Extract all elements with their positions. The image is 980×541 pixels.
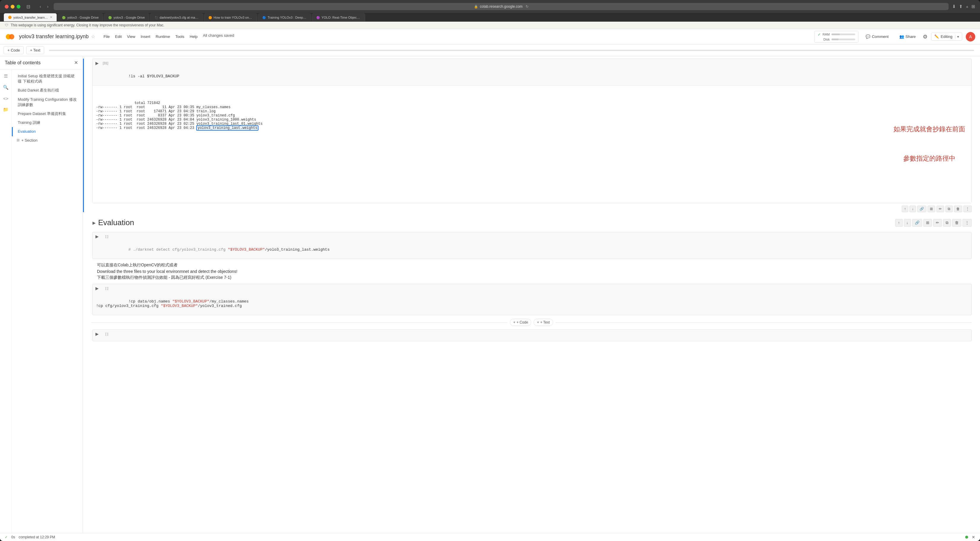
comment-button[interactable]: 💬 Comment — [862, 33, 892, 41]
status-close-button[interactable]: ✕ — [972, 535, 975, 539]
menu-view[interactable]: View — [125, 33, 138, 40]
evaluation-section-heading: ▶ Evaluation ↑ ↓ 🔗 ⊞ ✏ ⧉ 🗑 ⋮ — [83, 214, 980, 231]
notebook-area: ▶ [31] !ls -al $YOLOV3_BACKUP total 7218… — [83, 56, 980, 533]
refresh-icon[interactable]: ↻ — [526, 5, 528, 9]
section-copy[interactable]: ⧉ — [943, 219, 951, 227]
section-move-up[interactable]: ↑ — [895, 219, 903, 227]
sidebar-title: Table of contents — [5, 60, 41, 65]
section-edit[interactable]: ✏ — [933, 219, 942, 227]
toc-icon-button[interactable]: ☰ — [2, 72, 10, 81]
delete-button[interactable]: 🗑 — [954, 206, 962, 212]
evaluation-heading-text[interactable]: Evaluation — [98, 218, 134, 227]
expand-cell-button[interactable]: ⊞ — [928, 206, 935, 212]
minimize-traffic-light[interactable] — [11, 5, 14, 9]
eval-text-3: 下載三個參數檔執行物件偵測評估效能 - 因為已經寫好程式 (Exercise 7… — [97, 275, 967, 280]
resource-widget[interactable]: ✓ RAM Disk — [814, 31, 859, 43]
divider-right — [555, 322, 972, 323]
output-line-5: -rw------- 1 root root 246326928 Apr 23 … — [96, 117, 256, 122]
tab-favicon-5: 🟠 — [208, 16, 212, 19]
toc-item-initial-setup[interactable]: Initial Setup 檢查硬體支援 掛載硬碟 下載程式碼 — [12, 72, 83, 86]
toc-item-prepare-dataset[interactable]: Prepare Dataset 準備資料集 — [12, 109, 83, 118]
tab-7[interactable]: 🟣 YOLO: Real-Time Object De... — [312, 13, 365, 21]
tab-5[interactable]: 🟠 How to train YOLOv3 on th... — [204, 13, 257, 21]
menu-insert[interactable]: Insert — [138, 33, 153, 40]
link-button[interactable]: 🔗 — [917, 206, 926, 212]
tab-favicon-2: 🟢 — [62, 16, 65, 19]
download-icon[interactable]: ⬇ — [952, 4, 956, 9]
tab-favicon-4: ⚫ — [154, 16, 158, 19]
menu-edit[interactable]: Edit — [113, 33, 124, 40]
new-tab-icon[interactable]: + — [966, 4, 969, 9]
user-avatar[interactable]: A — [966, 32, 975, 41]
toc-item-build-darket[interactable]: Build Darket 產生執行檔 — [12, 86, 83, 95]
toc-item-section[interactable]: ⊞ + Section — [12, 136, 83, 144]
section-expand[interactable]: ⊞ — [923, 219, 932, 227]
chinese-line-2: 參數指定的路徑中 — [891, 154, 968, 164]
code-cell-empty: ▶ [ ] — [83, 330, 980, 341]
back-button[interactable]: ‹ — [38, 3, 43, 10]
tab-close-1[interactable]: ✕ — [50, 16, 52, 19]
address-bar[interactable]: 🔒 colab.research.google.com ↻ — [54, 3, 948, 10]
tab-4[interactable]: ⚫ darknet/yolov3.cfg at mast... — [150, 13, 204, 21]
code-content-31[interactable]: !ls -al $YOLOV3_BACKUP — [92, 67, 971, 85]
section-more[interactable]: ⋮ — [963, 219, 972, 227]
run-button-eval2[interactable]: ▶ — [94, 285, 100, 292]
toc-item-training[interactable]: Training 訓練 — [12, 118, 83, 127]
search-icon-button[interactable]: 🔍 — [1, 83, 10, 92]
folder-icon-button[interactable]: 📁 — [1, 105, 10, 114]
section-collapse-button[interactable]: ▶ — [92, 221, 96, 225]
highlighted-file: yolov3_training_last.weights — [196, 125, 258, 131]
run-button-31[interactable]: ▶ — [94, 60, 100, 67]
tab-3[interactable]: 🟢 yolov3 - Google Drive — [104, 13, 150, 21]
move-up-button[interactable]: ↑ — [902, 206, 908, 212]
sidebar-toggle-button[interactable]: ⊟ — [24, 3, 33, 10]
menu-file[interactable]: File — [101, 33, 112, 40]
code-content-eval1[interactable]: # ./darknet detect cfg/yolov3_training.c… — [92, 241, 971, 259]
move-down-button[interactable]: ↓ — [910, 206, 916, 212]
section-move-down[interactable]: ↓ — [904, 219, 911, 227]
bottom-add-text-button[interactable]: + + Text — [534, 319, 553, 326]
code-icon-button[interactable]: <> — [2, 94, 10, 103]
fullscreen-traffic-light[interactable] — [17, 5, 21, 9]
share-button[interactable]: 👥 Share — [896, 33, 920, 41]
tab-favicon-6: 🔵 — [262, 16, 266, 19]
extensions-icon[interactable]: ⊞ — [971, 4, 975, 9]
section-delete[interactable]: 🗑 — [952, 219, 961, 227]
notebook-title-text[interactable]: yolov3 transfer learning.ipynb — [19, 33, 89, 40]
menu-help[interactable]: Help — [187, 33, 200, 40]
more-button[interactable]: ⋮ — [963, 206, 972, 212]
add-text-button[interactable]: + Text — [26, 46, 44, 54]
menu-tools[interactable]: Tools — [173, 33, 186, 40]
run-button-empty[interactable]: ▶ — [94, 330, 100, 338]
menu-runtime[interactable]: Runtime — [153, 33, 172, 40]
tab-label-7: YOLO: Real-Time Object De... — [321, 16, 361, 19]
tab-2[interactable]: 🟢 yolov3 - Google Drive — [57, 13, 103, 21]
disk-bar — [832, 38, 855, 40]
tab-6[interactable]: 🔵 Training YOLOv3 : Deep Le... — [258, 13, 311, 21]
editing-mode-button[interactable]: ✏️ Editing ▾ — [931, 33, 962, 41]
toc-item-modify-training[interactable]: Modify Training Configuration 修改訓練參數 — [12, 95, 83, 109]
editing-expand-button[interactable]: ▾ — [955, 35, 959, 39]
sidebar-content: ☰ 🔍 <> 📁 Initial Setup 檢查硬體支援 掛載硬碟 下載程式碼… — [0, 69, 83, 533]
divider-left — [91, 322, 508, 323]
progress-bar — [49, 50, 974, 51]
add-code-button[interactable]: + Code — [3, 46, 24, 54]
copy-button[interactable]: ⧉ — [945, 206, 953, 212]
bottom-add-code-button[interactable]: + + Code — [510, 319, 531, 326]
tab-label-4: darknet/yolov3.cfg at mast... — [160, 16, 199, 19]
code-content-eval2[interactable]: !cp data/obj.names "$YOLOV3_BACKUP"/my_c… — [92, 292, 971, 315]
star-button[interactable]: ☆ — [91, 34, 95, 40]
edit-button[interactable]: ✏ — [936, 206, 944, 212]
toc-item-evaluation[interactable]: Evaluation — [12, 127, 83, 136]
tab-active[interactable]: 🟠 yolov3_transfer_learning.ip... ✕ — [3, 13, 57, 21]
close-traffic-light[interactable] — [5, 5, 9, 9]
sidebar-close-button[interactable]: ✕ — [74, 60, 78, 65]
share-browser-icon[interactable]: ⬆ — [959, 4, 963, 9]
section-link[interactable]: 🔗 — [912, 219, 922, 227]
forward-button[interactable]: › — [45, 3, 50, 10]
settings-button[interactable]: ⚙ — [923, 33, 928, 40]
run-button-eval1[interactable]: ▶ — [94, 233, 100, 240]
string-backup-cp1: "$YOLOV3_BACKUP" — [172, 299, 209, 304]
sidebar: Table of contents ✕ ☰ 🔍 <> 📁 Initial Set… — [0, 56, 83, 533]
tab-label-5: How to train YOLOv3 on th... — [214, 16, 253, 19]
